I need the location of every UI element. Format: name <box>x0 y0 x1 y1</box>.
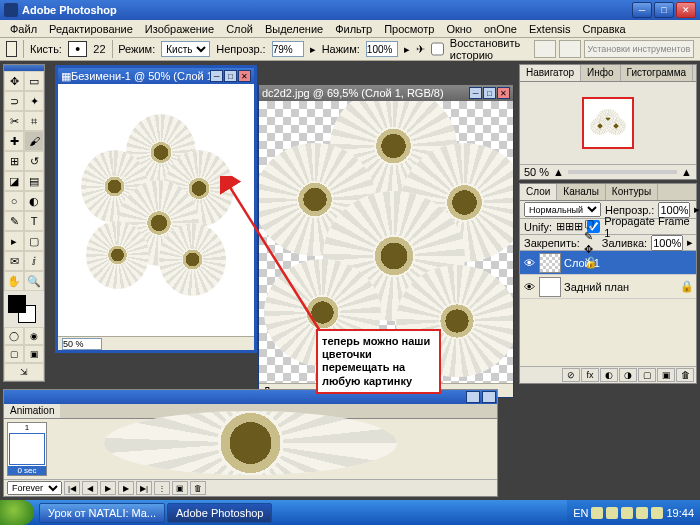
menu-filter[interactable]: Фильтр <box>329 21 378 37</box>
layer-style-button[interactable]: fx <box>581 368 599 382</box>
tool-preset[interactable] <box>6 41 17 57</box>
tray-icon[interactable] <box>606 507 618 519</box>
zoom-in-icon[interactable]: ▲ <box>681 166 692 178</box>
visibility-icon[interactable]: 👁 <box>522 257 536 269</box>
mode-select[interactable]: Кисть <box>161 41 210 57</box>
tool-dodge[interactable]: ◐ <box>24 191 44 211</box>
doc2-close[interactable]: ✕ <box>497 87 510 99</box>
fg-color[interactable] <box>8 295 26 313</box>
tool-gradient[interactable]: ▤ <box>24 171 44 191</box>
blend-mode-select[interactable]: Нормальный <box>524 202 601 217</box>
unify-icon[interactable]: ⊞⊞⊞ <box>556 220 583 233</box>
doc1-canvas[interactable] <box>58 84 254 336</box>
tool-history-brush[interactable]: ↺ <box>24 151 44 171</box>
menu-select[interactable]: Выделение <box>259 21 329 37</box>
tool-heal[interactable]: ✚ <box>4 131 24 151</box>
layer-row[interactable]: 👁 Задний план 🔒 <box>520 275 696 299</box>
zoom-out-icon[interactable]: ▲ <box>553 166 564 178</box>
delete-layer-button[interactable]: 🗑 <box>676 368 694 382</box>
doc2-maximize[interactable]: □ <box>483 87 496 99</box>
taskbar-item[interactable]: Adobe Photoshop <box>167 503 272 523</box>
tab-navigator[interactable]: Навигатор <box>520 65 581 81</box>
tab-layers[interactable]: Слои <box>520 184 557 200</box>
tool-blur[interactable]: ○ <box>4 191 24 211</box>
menu-extensis[interactable]: Extensis <box>523 21 577 37</box>
tray-icon[interactable] <box>591 507 603 519</box>
brush-preview[interactable] <box>68 41 87 57</box>
tool-eraser[interactable]: ◪ <box>4 171 24 191</box>
layer-name[interactable]: Задний план <box>564 281 629 293</box>
menu-help[interactable]: Справка <box>577 21 632 37</box>
palette-toggle-1[interactable] <box>534 40 556 58</box>
new-layer-button[interactable]: ▣ <box>657 368 675 382</box>
quickmask-std[interactable]: ◯ <box>4 327 24 345</box>
tool-text[interactable]: T <box>24 211 44 231</box>
lang-indicator[interactable]: EN <box>573 507 588 519</box>
tool-presets-button[interactable]: Установки инструментов <box>584 40 694 58</box>
history-checkbox[interactable] <box>431 41 444 57</box>
tool-zoom[interactable]: 🔍 <box>24 271 44 291</box>
start-button[interactable] <box>0 500 34 525</box>
tray-icon[interactable] <box>636 507 648 519</box>
tool-wand[interactable]: ✦ <box>24 91 44 111</box>
opacity-input[interactable] <box>272 41 304 57</box>
tool-path[interactable]: ✎ <box>4 211 24 231</box>
minimize-button[interactable]: ─ <box>632 2 652 18</box>
group-button[interactable]: ▢ <box>638 368 656 382</box>
layer-mask-button[interactable]: ◐ <box>600 368 618 382</box>
link-layers-button[interactable]: ⊘ <box>562 368 580 382</box>
tool-pen[interactable]: ▸ <box>4 231 24 251</box>
tray-icon[interactable] <box>621 507 633 519</box>
tool-move[interactable]: ✥ <box>4 71 24 91</box>
tab-channels[interactable]: Каналы <box>557 184 606 200</box>
layer-row[interactable]: 👁 Слой 1 <box>520 251 696 275</box>
maximize-button[interactable]: □ <box>654 2 674 18</box>
layer-name[interactable]: Слой 1 <box>564 257 600 269</box>
flow-input[interactable] <box>366 41 398 57</box>
doc1-zoom[interactable] <box>62 338 102 350</box>
tool-shape[interactable]: ▢ <box>24 231 44 251</box>
menu-window[interactable]: Окно <box>440 21 478 37</box>
nav-slider[interactable] <box>568 170 677 174</box>
tool-brush[interactable]: 🖌 <box>24 131 44 151</box>
palette-toggle-2[interactable] <box>559 40 581 58</box>
tool-slice[interactable]: ⌗ <box>24 111 44 131</box>
tool-crop[interactable]: ✂ <box>4 111 24 131</box>
color-swatches[interactable] <box>6 293 42 325</box>
screen-full[interactable]: ▣ <box>24 345 44 363</box>
tool-marquee[interactable]: ▭ <box>24 71 44 91</box>
tool-hand[interactable]: ✋ <box>4 271 24 291</box>
menu-file[interactable]: Файл <box>4 21 43 37</box>
adjustment-button[interactable]: ◑ <box>619 368 637 382</box>
tab-histogram[interactable]: Гистограмма <box>621 65 694 81</box>
menu-layer[interactable]: Слой <box>220 21 259 37</box>
navigator-thumb[interactable] <box>582 97 634 149</box>
layer-thumb[interactable] <box>539 277 561 297</box>
airbrush-icon[interactable]: ✈ <box>416 43 425 56</box>
tool-eyedrop[interactable]: ⅈ <box>24 251 44 271</box>
taskbar-item[interactable]: Урок от NATALI: Ma... <box>39 503 165 523</box>
menu-edit[interactable]: Редактирование <box>43 21 139 37</box>
clock[interactable]: 19:44 <box>666 507 694 519</box>
tab-paths[interactable]: Контуры <box>606 184 658 200</box>
tool-lasso[interactable]: ⊃ <box>4 91 24 111</box>
layer-thumb[interactable] <box>539 253 561 273</box>
menu-image[interactable]: Изображение <box>139 21 220 37</box>
menu-onone[interactable]: onOne <box>478 21 523 37</box>
visibility-icon[interactable]: 👁 <box>522 281 536 293</box>
menu-view[interactable]: Просмотр <box>378 21 440 37</box>
animation-frame[interactable]: 1 0 sec <box>7 422 47 476</box>
jump-to[interactable]: ⇲ <box>4 363 44 381</box>
tray-icon[interactable] <box>651 507 663 519</box>
close-button[interactable]: ✕ <box>676 2 696 18</box>
fill-input[interactable] <box>651 235 683 251</box>
quickmask-mask[interactable]: ◉ <box>24 327 44 345</box>
screen-std[interactable]: ▢ <box>4 345 24 363</box>
tool-stamp[interactable]: ⊞ <box>4 151 24 171</box>
doc1-minimize[interactable]: ─ <box>210 70 223 82</box>
tab-info[interactable]: Инфо <box>581 65 621 81</box>
tool-notes[interactable]: ✉ <box>4 251 24 271</box>
doc2-minimize[interactable]: ─ <box>469 87 482 99</box>
doc1-maximize[interactable]: □ <box>224 70 237 82</box>
doc1-close[interactable]: ✕ <box>238 70 251 82</box>
